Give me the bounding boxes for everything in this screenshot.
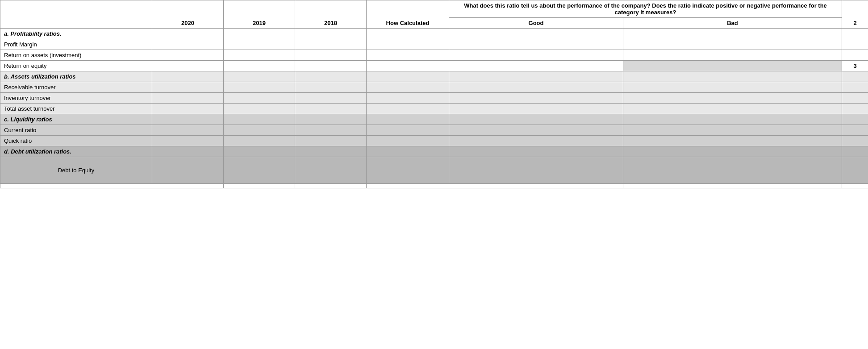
section-a-header: a. Profitability ratios. bbox=[0, 29, 868, 39]
row-return-equity: Return on equity 3 bbox=[0, 61, 868, 71]
section-a-label: a. Profitability ratios. bbox=[0, 29, 152, 39]
empty-top-2018 bbox=[295, 0, 367, 18]
row-receivable-turnover: Receivable turnover bbox=[0, 82, 868, 93]
empty-top-left-1 bbox=[0, 0, 152, 18]
header-how: How Calculated bbox=[367, 18, 449, 29]
header-good: Good bbox=[449, 18, 623, 29]
section-d-label: d. Debt utilization ratios. bbox=[0, 146, 152, 157]
question-header: What does this ratio tell us about the p… bbox=[449, 0, 842, 18]
row-profit-margin: Profit Margin bbox=[0, 39, 868, 50]
ratios-table: What does this ratio tell us about the p… bbox=[0, 0, 868, 188]
section-d-header: d. Debt utilization ratios. bbox=[0, 146, 868, 157]
empty-top-how bbox=[367, 0, 449, 18]
receivable-turnover-label: Receivable turnover bbox=[0, 82, 152, 93]
header-num-2: 2 bbox=[842, 18, 868, 29]
return-equity-label: Return on equity bbox=[0, 61, 152, 71]
empty-top-num bbox=[842, 0, 868, 18]
num-3: 3 bbox=[842, 61, 868, 71]
row-current-ratio: Current ratio bbox=[0, 125, 868, 136]
row-debt-equity: Debt to Equity bbox=[0, 157, 868, 184]
section-c-header: c. Liquidity ratios bbox=[0, 114, 868, 125]
quick-ratio-label: Quick ratio bbox=[0, 136, 152, 146]
header-2019: 2019 bbox=[224, 18, 295, 29]
return-assets-label: Return on assets (investment) bbox=[0, 50, 152, 61]
bottom-row bbox=[0, 184, 868, 188]
row-return-assets: Return on assets (investment) bbox=[0, 50, 868, 61]
header-label-empty bbox=[0, 18, 152, 29]
debt-equity-label: Debt to Equity bbox=[0, 157, 152, 184]
total-asset-turnover-label: Total asset turnover bbox=[0, 104, 152, 114]
section-b-header: b. Assets utilization ratios bbox=[0, 71, 868, 82]
profit-margin-label: Profit Margin bbox=[0, 39, 152, 50]
inventory-turnover-label: Inventory turnover bbox=[0, 93, 152, 104]
section-c-label: c. Liquidity ratios bbox=[0, 114, 152, 125]
current-ratio-label: Current ratio bbox=[0, 125, 152, 136]
empty-top-2019 bbox=[224, 0, 295, 18]
main-wrapper: What does this ratio tell us about the p… bbox=[0, 0, 868, 349]
section-b-label: b. Assets utilization ratios bbox=[0, 71, 152, 82]
header-sub-row: 2020 2019 2018 How Calculated Good Bad 2 bbox=[0, 18, 868, 29]
header-2020: 2020 bbox=[152, 18, 224, 29]
header-top-row: What does this ratio tell us about the p… bbox=[0, 0, 868, 18]
row-total-asset-turnover: Total asset turnover bbox=[0, 104, 868, 114]
row-inventory-turnover: Inventory turnover bbox=[0, 93, 868, 104]
header-2018: 2018 bbox=[295, 18, 367, 29]
row-quick-ratio: Quick ratio bbox=[0, 136, 868, 146]
empty-top-2020 bbox=[152, 0, 224, 18]
header-bad: Bad bbox=[623, 18, 842, 29]
